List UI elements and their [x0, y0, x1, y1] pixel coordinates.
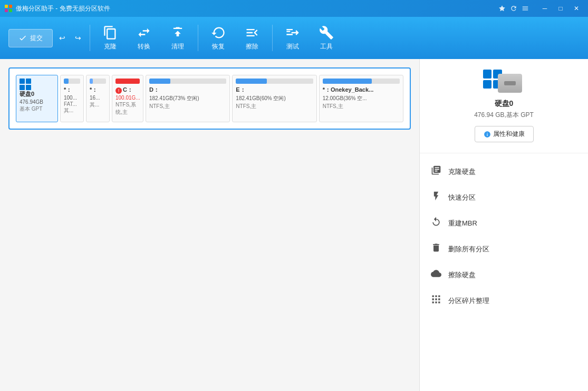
svg-rect-0	[5, 5, 8, 8]
part-label-d: D：	[149, 86, 226, 94]
check-icon	[18, 34, 27, 42]
partition-cell-e[interactable]: E： 182.41GB(60% 空闲) NTFS,主	[232, 75, 316, 122]
part-label-row-c: ! C：	[115, 86, 140, 95]
wipe-button[interactable]: 擦除	[236, 22, 268, 54]
svg-rect-2	[5, 9, 8, 12]
health-button[interactable]: 属性和健康	[475, 126, 534, 142]
defrag-icon	[430, 294, 442, 307]
undo-redo-group: ↩ ↪	[55, 31, 85, 45]
part-type-d: NTFS,主	[149, 103, 226, 110]
clone-button[interactable]: 克隆	[94, 22, 126, 54]
part-bar-fill-e	[236, 79, 267, 84]
restore-label: 恢复	[212, 42, 225, 51]
wipe-toolbar-icon	[245, 25, 259, 40]
submit-label: 提交	[30, 34, 43, 43]
svg-rect-1	[9, 5, 12, 8]
part-size-c: 100.01G...	[115, 95, 140, 101]
action-defrag[interactable]: 分区碎片整理	[420, 288, 588, 314]
minimize-button[interactable]: ─	[537, 3, 552, 14]
disk-info-area: 硬盘0 476.94 GB,基本 GPT 属性和健康	[420, 59, 588, 153]
action-rebuild-mbr[interactable]: 重建MBR	[420, 210, 588, 236]
wipe-disk-icon	[430, 268, 442, 281]
tools-toolbar-icon	[319, 25, 334, 40]
close-button[interactable]: ✕	[569, 3, 584, 14]
clone-toolbar-icon	[103, 25, 118, 40]
windows-logo-small	[20, 79, 31, 90]
part-label-e: E：	[236, 86, 313, 94]
part-extra-p1: 其...	[64, 107, 80, 114]
hdd-large-icon	[498, 74, 522, 93]
action-wipe-disk[interactable]: 擦除硬盘	[420, 262, 588, 288]
right-panel: 硬盘0 476.94 GB,基本 GPT 属性和健康 克隆硬盘	[419, 59, 588, 391]
menu-icon[interactable]	[522, 5, 529, 12]
action-list: 克隆硬盘 快速分区 重建MBR	[420, 153, 588, 319]
part-size-p1: 100...	[64, 95, 80, 101]
test-toolbar-icon	[285, 25, 300, 40]
part-type-onekey: NTFS,主	[323, 103, 400, 110]
submit-button[interactable]: 提交	[8, 29, 53, 47]
part-bar-e	[236, 79, 313, 84]
toolbar-divider-2	[198, 25, 198, 51]
clean-button[interactable]: 清理	[162, 22, 194, 54]
disk-map: 硬盘0 476.94GB 基本 GPT *： 100... FAT... 其..…	[8, 67, 411, 130]
partition-cell-c[interactable]: ! C： 100.01G... NTFS,系统,主	[112, 75, 143, 122]
maximize-button[interactable]: □	[553, 3, 568, 14]
title-bar-left: 傲梅分区助手 - 免费无损分区软件	[4, 4, 110, 13]
toolbar-divider-1	[90, 25, 90, 51]
undo-button[interactable]: ↩	[55, 31, 70, 45]
part-label-onekey: *：Onekey_Back...	[323, 86, 400, 94]
action-delete-all[interactable]: 删除所有分区	[420, 236, 588, 262]
test-button[interactable]: 测试	[277, 22, 309, 54]
disk-info-name: 硬盘0	[495, 99, 514, 109]
part-size-e: 182.41GB(60% 空闲)	[236, 95, 313, 102]
action-wipe-disk-label: 擦除硬盘	[448, 270, 476, 280]
partition-cell-onekey[interactable]: *：Onekey_Back... 12.00GB(36% 空... NTFS,主	[319, 75, 403, 122]
delete-all-icon	[430, 242, 442, 256]
disk-info-details: 476.94 GB,基本 GPT	[474, 111, 534, 120]
clone-disk-icon	[430, 165, 442, 178]
disk-root-label: 硬盘0	[20, 90, 54, 98]
star-icon[interactable]	[498, 5, 506, 12]
health-btn-label: 属性和健康	[493, 130, 525, 139]
redo-button[interactable]: ↪	[71, 31, 85, 45]
partition-cell-d[interactable]: D： 182.41GB(73% 空闲) NTFS,主	[146, 75, 230, 122]
part-bar-fill-p1	[64, 79, 69, 84]
part-size-p2: 16...	[90, 95, 106, 101]
convert-toolbar-icon	[137, 25, 151, 40]
part-type-p1: FAT...	[64, 101, 80, 107]
part-bar-d	[149, 79, 226, 84]
disk-header-icon	[483, 70, 525, 95]
test-label: 测试	[286, 42, 299, 51]
clean-toolbar-icon	[170, 25, 185, 40]
convert-label: 转换	[138, 42, 150, 51]
title-bar: 傲梅分区助手 - 免费无损分区软件 ─ □ ✕	[0, 0, 588, 17]
action-clone-disk-label: 克隆硬盘	[448, 167, 476, 177]
app-icon	[4, 4, 13, 13]
svg-rect-3	[9, 9, 12, 12]
part-bar-c	[115, 79, 140, 84]
partition-cell-p1[interactable]: *： 100... FAT... 其...	[60, 75, 84, 122]
title-text: 傲梅分区助手 - 免费无损分区软件	[16, 4, 110, 13]
error-icon-c: !	[115, 87, 122, 94]
part-bar-fill-d	[149, 79, 170, 84]
partition-cell-p2[interactable]: *： 16... 其...	[86, 75, 110, 122]
part-bar-onekey	[323, 79, 400, 84]
disk-root-cell[interactable]: 硬盘0 476.94GB 基本 GPT	[16, 75, 58, 122]
info-icon	[484, 131, 491, 138]
window-controls: ─ □ ✕	[537, 3, 584, 14]
disk-root-size: 476.94GB	[20, 99, 54, 105]
title-bar-icons	[498, 5, 529, 12]
refresh-icon[interactable]	[510, 5, 517, 12]
restore-button[interactable]: 恢复	[203, 22, 234, 54]
part-bar-p1	[64, 79, 80, 84]
tools-button[interactable]: 工具	[311, 22, 342, 54]
main-content: 硬盘0 476.94GB 基本 GPT *： 100... FAT... 其..…	[0, 59, 588, 391]
disk-icon-composite	[483, 70, 525, 95]
part-type-e: NTFS,主	[236, 103, 313, 110]
part-type-p2: 其...	[90, 101, 106, 109]
part-bar-fill-c	[115, 79, 140, 84]
action-clone-disk[interactable]: 克隆硬盘	[420, 159, 588, 184]
part-size-onekey: 12.00GB(36% 空...	[323, 95, 400, 102]
convert-button[interactable]: 转换	[128, 22, 160, 54]
action-quick-partition[interactable]: 快速分区	[420, 184, 588, 210]
